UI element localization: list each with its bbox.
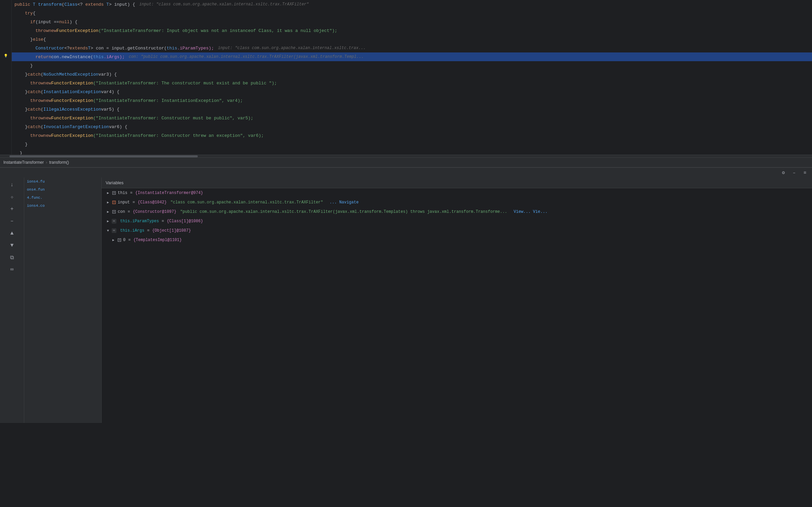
- minus-button[interactable]: –: [790, 169, 798, 177]
- var-equals-input: =: [133, 200, 135, 205]
- token-paren9: (: [41, 72, 43, 77]
- breadcrumb-method[interactable]: transform(): [49, 160, 69, 165]
- var-value-iargs: {Object[1]@1087}: [152, 228, 191, 233]
- var-string-input: "class com.sun.org.apache.xalan.internal…: [168, 200, 323, 205]
- var-icon-0: ≡: [117, 238, 122, 242]
- token-iargs: .iArgs);: [104, 54, 124, 60]
- editor-toolbar: ⚙ – ≡: [0, 167, 812, 178]
- var-value-input: {Class@1042}: [138, 200, 167, 205]
- var-string-con: "public com.sun.org.apache.xalan.interna…: [178, 209, 507, 214]
- navigate-input-link[interactable]: ... Navigate: [327, 200, 359, 205]
- remove-watchpoint-button[interactable]: –: [6, 216, 19, 227]
- var-row-iparamtypes: ▶ ∞ this.iParamTypes = {Class[1]@1086}: [102, 217, 812, 226]
- expand-iparamtypes-arrow[interactable]: ▶: [106, 219, 110, 224]
- token-catch2: catch: [28, 89, 41, 94]
- token-return: return: [35, 54, 51, 60]
- token-str2: ("InstantiateTransformer: The constructo…: [93, 81, 277, 86]
- var-value-iparamtypes: {Class[1]@1086}: [167, 219, 203, 224]
- token-new1: new: [48, 28, 56, 33]
- token-spaces10: [14, 81, 30, 86]
- copy-button[interactable]: ⧉: [6, 252, 19, 263]
- step-down-button[interactable]: ▼: [6, 240, 19, 251]
- var-row-this: ▶ ≡ this = {InstantiateTransformer@974}: [102, 188, 812, 198]
- token-new3: new: [43, 98, 51, 103]
- gutter-icon-4: [3, 26, 8, 35]
- expand-iargs-arrow[interactable]: ▼: [106, 228, 110, 233]
- token-spaces15a: }: [14, 124, 28, 129]
- token-gt6: > con = input.getConstructor(: [90, 46, 167, 51]
- expand-this-arrow[interactable]: ▶: [106, 191, 110, 195]
- token-spaces3: [14, 20, 30, 25]
- gutter-icon-13: [3, 103, 8, 112]
- token-lt: <?: [77, 2, 85, 7]
- token-spaces12: [14, 98, 30, 103]
- debugger-section: ↓ ⬦ + – ▲ ▼ ⧉ ∞ ions4.fu ons4.fun 4.func…: [0, 178, 812, 423]
- code-line-2: try {: [12, 9, 812, 17]
- token-illegal: IllegalAccessException: [43, 107, 101, 112]
- token-spaces6: [14, 46, 35, 51]
- breadcrumb-class[interactable]: InstantiateTransformer: [3, 160, 44, 165]
- var-row-input: ▶ ! input = {Class@1042} "class com.sun.…: [102, 198, 812, 207]
- token-nosuch: NoSuchMethodException: [43, 72, 99, 77]
- editor-gutter: 💡: [0, 0, 12, 155]
- expand-0-arrow[interactable]: ▶: [111, 238, 116, 242]
- infinity-view-button[interactable]: ∞: [6, 264, 19, 275]
- token-spaces5: [14, 37, 30, 42]
- gutter-icon-12: [3, 94, 8, 103]
- token-functor3: FunctorException: [51, 98, 93, 103]
- var-name-0: 0: [123, 238, 125, 242]
- code-line-1: public T transform ( Class <? extends T …: [12, 0, 812, 9]
- token-brace8: }: [14, 63, 33, 68]
- code-line-18: }: [12, 149, 812, 155]
- line6-hint: input: "class com.sun.org.apache.xalan.i…: [218, 46, 366, 50]
- token-new5: new: [43, 133, 51, 138]
- token-new4: new: [43, 116, 51, 121]
- lines-button[interactable]: ≡: [801, 169, 809, 177]
- frame-item-4[interactable]: ions4.co: [24, 202, 101, 210]
- variables-header: Variables: [102, 178, 812, 188]
- token-spaces7: [14, 54, 35, 60]
- token-catch4: catch: [28, 124, 41, 129]
- horizontal-scrollbar[interactable]: [0, 155, 812, 157]
- add-watchpoint-button[interactable]: +: [6, 204, 19, 214]
- var-equals-0: =: [128, 238, 131, 242]
- token-T6: T: [88, 46, 90, 51]
- token-connew: con.newInstance(: [51, 54, 93, 60]
- breadcrumb: InstantiateTransformer › transform(): [0, 157, 812, 167]
- token-invocation: InvocationTargetException: [43, 124, 109, 129]
- frame-item-1[interactable]: ions4.fu: [24, 178, 101, 186]
- code-line-4: throw new FunctorException ("Instantiate…: [12, 26, 812, 35]
- token-this6: this: [167, 46, 177, 51]
- code-line-15: } catch ( InvocationTargetException var6…: [12, 122, 812, 131]
- gutter-icon-lightbulb[interactable]: 💡: [3, 51, 8, 60]
- step-up-button[interactable]: ▲: [6, 228, 19, 239]
- token-extends6: extends: [70, 46, 88, 51]
- token-extends1: extends: [85, 2, 104, 7]
- token-new2: new: [43, 81, 51, 86]
- frame-item-2[interactable]: ons4.fun: [24, 186, 101, 194]
- code-line-3: if (input == null ) {: [12, 17, 812, 26]
- token-brace17: }: [14, 142, 28, 147]
- variables-title: Variables: [106, 180, 123, 185]
- code-line-12: throw new FunctorException ("Instantiate…: [12, 96, 812, 105]
- gutter-icon-16: [3, 129, 8, 138]
- expand-con-arrow[interactable]: ▶: [106, 209, 110, 214]
- gutter-icon-14: [3, 112, 8, 120]
- token-brace5b: {: [43, 37, 46, 42]
- token-paren15: (: [41, 124, 43, 129]
- var-row-0: ▶ ≡ 0 = {TemplatesImpl@1101}: [102, 235, 812, 245]
- frame-item-3[interactable]: 4.func.: [24, 194, 101, 202]
- scrollbar-thumb[interactable]: [9, 155, 198, 157]
- step-filter-button[interactable]: ⬦: [6, 192, 19, 202]
- expand-input-arrow[interactable]: ▶: [106, 200, 110, 205]
- var-value-this: {InstantiateTransformer@974}: [135, 191, 203, 195]
- settings-button[interactable]: ⚙: [780, 169, 787, 177]
- view-con-link[interactable]: View... Vie...: [511, 209, 548, 214]
- var-equals-con: =: [128, 209, 130, 214]
- token-throw2: throw: [30, 81, 43, 86]
- step-over-button[interactable]: ↓: [6, 180, 19, 190]
- token-throw1: throw: [35, 28, 48, 33]
- token-if: if: [30, 20, 36, 25]
- token-try: try: [25, 11, 33, 16]
- var-name-input: input: [118, 200, 130, 205]
